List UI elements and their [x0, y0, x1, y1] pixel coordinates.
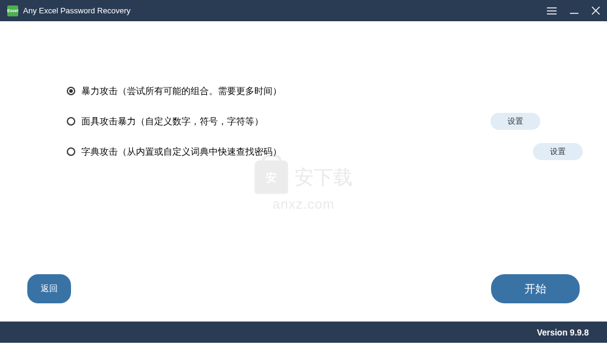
label-mask-attack: 面具攻击暴力（自定义数字，符号，字符等）	[81, 116, 490, 127]
settings-mask-button[interactable]: 设置	[490, 113, 540, 130]
option-brute-force: 暴力攻击（尝试所有可能的组合。需要更多时间）	[67, 82, 540, 100]
main-content: 暴力攻击（尝试所有可能的组合。需要更多时间） 面具攻击暴力（自定义数字，符号，字…	[0, 21, 607, 322]
label-brute-force: 暴力攻击（尝试所有可能的组合。需要更多时间）	[81, 86, 540, 97]
radio-brute-force[interactable]	[67, 87, 75, 95]
option-dictionary-attack: 字典攻击（从内置或自定义词典中快速查找密码） 设置	[67, 143, 540, 161]
action-buttons: 返回 开始	[27, 274, 580, 303]
menu-button[interactable]	[547, 7, 557, 15]
back-button[interactable]: 返回	[27, 274, 71, 303]
titlebar: Excel Any Excel Password Recovery	[0, 0, 607, 21]
watermark: 安下载 anxz.com	[255, 161, 353, 212]
version-label: Version 9.9.8	[537, 328, 589, 337]
watermark-text: 安下载	[294, 164, 353, 190]
app-icon: Excel	[7, 5, 18, 16]
radio-mask-attack[interactable]	[67, 117, 75, 126]
watermark-icon	[255, 161, 288, 194]
close-button[interactable]	[592, 7, 600, 15]
minimize-button[interactable]	[570, 7, 578, 15]
app-title: Any Excel Password Recovery	[23, 6, 547, 15]
footer: Version 9.9.8	[0, 322, 607, 343]
watermark-url: anxz.com	[273, 197, 334, 212]
radio-dictionary-attack[interactable]	[67, 147, 75, 156]
settings-dictionary-button[interactable]: 设置	[533, 143, 583, 160]
window-controls	[547, 7, 600, 15]
start-button[interactable]: 开始	[491, 274, 580, 303]
label-dictionary-attack: 字典攻击（从内置或自定义词典中快速查找密码）	[81, 146, 533, 158]
option-mask-attack: 面具攻击暴力（自定义数字，符号，字符等） 设置	[67, 112, 540, 130]
